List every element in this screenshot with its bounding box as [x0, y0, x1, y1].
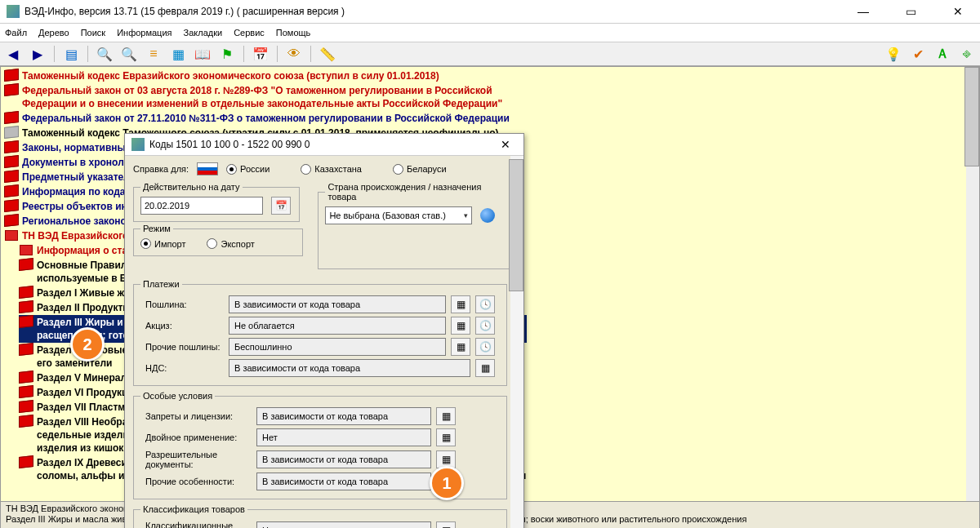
tree-item[interactable]: Таможенный кодекс Евразийского экономиче… [4, 69, 527, 83]
letter-icon[interactable]: Ａ [934, 46, 951, 62]
info-icon[interactable]: ▦ [451, 317, 470, 335]
check-icon[interactable]: ✔ [910, 46, 926, 62]
dialog-icon [131, 138, 145, 151]
toolbar: ◀ ▶ ▤ 🔍 🔍 ≡ ▦ 📖 ⚑ 📅 👁 📏 💡 ✔ Ａ ⎆ [0, 42, 980, 66]
menu-service[interactable]: Сервис [234, 28, 265, 38]
radio-belarus[interactable]: Беларуси [393, 164, 447, 175]
dialog-title: Коды 1501 10 100 0 - 1522 00 990 0 [149, 139, 494, 150]
callout-1: 1 [430, 466, 464, 500]
eye-icon[interactable]: 👁 [286, 46, 302, 62]
vat-value: В зависимости от кода товара [229, 359, 470, 377]
bulb-icon[interactable]: 💡 [885, 46, 902, 62]
calendar-picker-icon[interactable]: 📅 [271, 197, 291, 215]
callout-2: 2 [70, 327, 105, 362]
rate-icon[interactable]: 🕓 [475, 317, 495, 335]
origin-legend: Страна происхождения / назначения товара [325, 182, 510, 202]
radio-export[interactable]: Экспорт [207, 238, 254, 249]
exit-icon[interactable]: ⎆ [959, 46, 975, 62]
menubar: Файл Дерево Поиск Информация Закладки Се… [0, 24, 980, 42]
other-duties-value: Беспошлинно [229, 338, 446, 356]
titlebar: ВЭД-Инфо, версия 13.71 (15 февраля 2019 … [0, 0, 980, 24]
minimize-button[interactable]: — [848, 5, 879, 18]
flag-icon[interactable]: ⚑ [219, 46, 235, 62]
menu-file[interactable]: Файл [5, 28, 27, 38]
payments-legend: Платежи [140, 279, 182, 289]
excise-value: Не облагается [229, 317, 446, 335]
menu-info[interactable]: Информация [117, 28, 172, 38]
globe-icon[interactable] [480, 208, 495, 223]
scrollbar[interactable] [966, 67, 979, 528]
info-icon[interactable]: ▦ [436, 428, 456, 446]
info-icon[interactable]: ▦ [475, 359, 495, 377]
date-legend: Действительно на дату [140, 182, 243, 192]
dialog-close-button[interactable]: ✕ [494, 138, 517, 151]
doc-icon[interactable]: ▤ [63, 46, 79, 62]
app-icon [7, 5, 20, 18]
close-button[interactable]: ✕ [942, 5, 973, 18]
radio-kazakhstan[interactable]: Казахстана [301, 164, 362, 175]
back-icon[interactable]: ◀ [5, 46, 21, 62]
ruler-icon[interactable]: 📏 [319, 46, 336, 62]
tree-item[interactable]: Федеральный закон от 03 августа 2018 г. … [4, 83, 527, 111]
rate-icon[interactable]: 🕓 [475, 338, 495, 356]
menu-tree[interactable]: Дерево [38, 28, 69, 38]
dialog-scrollbar[interactable] [510, 156, 523, 528]
menu-help[interactable]: Помощь [276, 28, 311, 38]
header-icon[interactable]: ▦ [170, 46, 186, 62]
menu-search[interactable]: Поиск [81, 28, 105, 38]
info-icon[interactable]: ▦ [451, 295, 470, 313]
window-title: ВЭД-Инфо, версия 13.71 (15 февраля 2019 … [24, 6, 848, 17]
info-icon[interactable]: ▦ [451, 338, 470, 356]
rate-icon[interactable]: 🕓 [475, 295, 495, 313]
radio-import[interactable]: Импорт [140, 238, 185, 249]
book-icon[interactable]: 📖 [194, 46, 211, 62]
codes-dialog: Коды 1501 10 100 0 - 1522 00 990 0 ✕ Спр… [124, 133, 524, 528]
info-icon[interactable]: ▦ [436, 407, 456, 425]
signal-icon[interactable]: ≡ [145, 46, 162, 62]
tree-item[interactable]: Федеральный закон от 27.11.2010 №311-ФЗ … [4, 111, 527, 126]
forward-icon[interactable]: ▶ [29, 46, 46, 62]
duty-value: В зависимости от кода товара [229, 295, 446, 313]
chevron-down-icon: ▾ [464, 211, 468, 220]
zoom2-icon[interactable]: 🔍 [121, 46, 137, 62]
flag-ru-icon [197, 162, 218, 175]
calendar-icon[interactable]: 📅 [252, 46, 269, 62]
mode-legend: Режим [140, 224, 173, 233]
classification-legend: Классификация товаров [140, 504, 247, 514]
info-icon[interactable]: ▦ [436, 521, 456, 528]
origin-combo[interactable]: Не выбрана (Базовая став.)▾ [325, 206, 472, 224]
date-input[interactable]: 20.02.2019 [140, 197, 263, 215]
menu-bookmarks[interactable]: Закладки [184, 28, 223, 38]
ref-label: Справка для: [133, 164, 189, 174]
conditions-legend: Особые условия [140, 391, 215, 401]
zoom-icon[interactable]: 🔍 [96, 46, 113, 62]
radio-russia[interactable]: России [226, 164, 270, 175]
maximize-button[interactable]: ▭ [895, 5, 926, 18]
